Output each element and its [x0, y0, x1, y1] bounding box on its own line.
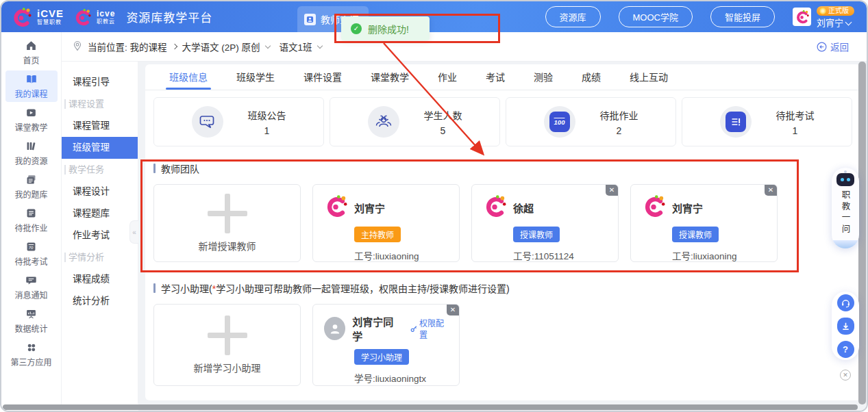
sidebar-item-third-party-apps[interactable]: 第三方应用 [5, 339, 58, 370]
students-icon [368, 106, 399, 138]
tab-homework[interactable]: 作业 [423, 64, 471, 90]
class-detail-panel: 班级信息 班级学生 课件设置 课堂教学 作业 考试 测验 成绩 线上互动 班级公… [145, 64, 860, 400]
tab-exam[interactable]: 考试 [471, 64, 519, 90]
sidebar-item-my-courses[interactable]: 我的课程 [5, 70, 58, 102]
collapse-toolbar-icon[interactable]: ✕ [840, 370, 851, 381]
breadcrumb-course[interactable]: 大学语文 (2P) 原创 [182, 40, 260, 53]
vertical-scrollbar[interactable] [858, 62, 866, 404]
permission-config-link[interactable]: 权限配置 [410, 317, 449, 340]
announcement-icon [192, 106, 223, 138]
sidebar-item-data-statistics[interactable]: 数据统计 [5, 305, 58, 337]
home-icon [25, 40, 37, 51]
add-assistant-label: 新增学习小助理 [194, 361, 261, 374]
breadcrumb-class[interactable]: 语文1班 [280, 40, 312, 53]
submenu-item-course-management[interactable]: 课程管理 [62, 115, 138, 137]
user-menu[interactable]: 正式版 刘宵宁 [793, 6, 854, 27]
submenu-group-course-settings: 课程设置 [62, 93, 138, 115]
tab-courseware-settings[interactable]: 课件设置 [289, 64, 356, 90]
qa-widget-label: 职教一问 [839, 190, 852, 235]
tab-grades[interactable]: 成绩 [567, 64, 615, 90]
top-header: iCVE 智慧职教 icve 职教云 资源库教学平台 教师空间 资源库 MOOC… [1, 1, 867, 32]
stat-card-students[interactable]: 学生人数5 [330, 97, 500, 146]
sidebar-item-my-question-bank[interactable]: 我的题库 [5, 171, 58, 203]
stat-value: 5 [441, 125, 446, 136]
learning-assistant-section: 学习小助理(*学习小助理可帮助教师一起管理班级，权限由主持/授课教师进行设置) … [153, 281, 852, 386]
sidebar-item-pending-homework[interactable]: 待批作业 [5, 205, 58, 236]
customer-service-icon[interactable] [837, 294, 854, 311]
breadcrumb-separator-icon [171, 44, 177, 49]
plus-icon [208, 316, 247, 355]
teacher-name: 刘宵宁 [354, 201, 385, 215]
submenu-item-course-grades[interactable]: 课程成绩 [62, 268, 138, 290]
smart-casting-button[interactable]: 智能投屏 [710, 6, 775, 27]
course-submenu: 课程引导 课程设置 课程管理 班级管理 教学任务 课程设计 课程题库 作业考试 … [62, 62, 138, 404]
brand2-sub: 职教云 [97, 19, 115, 25]
assistant-name: 刘宵宁同学 [352, 314, 399, 343]
teacher-team-title: 教师团队 [161, 162, 199, 175]
brand1-sub: 智慧职教 [37, 20, 64, 25]
apps-grid-icon [26, 342, 37, 353]
sidebar-item-classroom-teaching[interactable]: 课堂教学 [5, 104, 58, 136]
brand1-name: iCVE [37, 8, 64, 18]
stat-value: 1 [793, 125, 798, 136]
teacher-avatar [483, 194, 506, 220]
breadcrumb: 当前位置: 我的课程 大学语文 (2P) 原创 语文1班 返回 [62, 32, 867, 62]
pending-homework-icon: 100 [544, 106, 575, 138]
tab-classroom-teaching[interactable]: 课堂教学 [356, 64, 423, 90]
download-icon[interactable] [837, 318, 854, 335]
remove-teacher-icon[interactable]: ✕ [765, 185, 777, 196]
sidebar-item-home[interactable]: 首页 [5, 37, 58, 68]
course-dropdown-icon[interactable] [264, 42, 270, 48]
icve-cloud-logo-icon [73, 8, 91, 26]
class-dropdown-icon[interactable] [317, 42, 322, 48]
submenu-item-homework-exam[interactable]: 作业考试 [62, 224, 138, 246]
stat-card-announcements[interactable]: 班级公告1 [153, 97, 324, 146]
tab-quiz[interactable]: 测验 [519, 64, 567, 90]
teacher-avatar [642, 194, 665, 220]
tab-class-students[interactable]: 班级学生 [222, 64, 289, 90]
question-bank-icon [25, 174, 37, 185]
app-window: iCVE 智慧职教 icve 职教云 资源库教学平台 教师空间 资源库 MOOC… [0, 0, 868, 412]
mooc-college-button[interactable]: MOOC学院 [619, 6, 693, 27]
stat-label: 待批作业 [600, 108, 638, 122]
assistant-card: ✕ 刘宵宁同学 权限配置 学习小助理 学号:liuxiaoningtx [312, 304, 460, 386]
assistant-avatar [324, 317, 345, 340]
submenu-item-statistical-analysis[interactable]: 统计分析 [62, 290, 138, 312]
sidebar-item-message-notification[interactable]: 消息通知 [5, 272, 58, 303]
robot-icon [836, 173, 854, 186]
tab-online-interaction[interactable]: 线上互动 [615, 64, 682, 90]
role-badge-host: 主持教师 [354, 227, 401, 242]
submenu-collapse-handle[interactable]: « [129, 220, 138, 244]
resource-library-button[interactable]: 资源库 [545, 6, 601, 27]
platform-title: 资源库教学平台 [126, 8, 212, 25]
horizontal-scrollbar[interactable] [3, 404, 858, 410]
help-icon[interactable]: ? [837, 341, 854, 358]
medal-icon [819, 8, 826, 14]
stat-card-pending-homework[interactable]: 100 待批作业2 [506, 97, 676, 146]
submenu-item-course-design[interactable]: 课程设计 [62, 181, 138, 203]
success-toast: ✓ 删除成功! [341, 16, 430, 40]
sidebar-item-my-resources[interactable]: 我的资源 [5, 138, 58, 169]
header-actions: 资源库 MOOC学院 智能投屏 正式版 刘宵宁 [545, 1, 854, 32]
submenu-item-course-question-bank[interactable]: 课程题库 [62, 203, 138, 224]
submenu-group-learning-analysis: 学情分析 [62, 246, 138, 268]
stat-label: 待批考试 [776, 108, 815, 122]
stat-card-pending-exams[interactable]: 待批考试1 [682, 97, 852, 146]
homework-list-icon [25, 207, 37, 219]
qa-assistant-widget[interactable]: 职教一问 [832, 168, 859, 248]
chevron-down-icon [845, 18, 852, 25]
assistant-title: 学习小助理 [161, 283, 209, 294]
stat-value: 2 [617, 125, 622, 136]
teacher-name: 刘宵宁 [672, 201, 703, 215]
back-button[interactable]: 返回 [817, 40, 849, 53]
tab-class-info[interactable]: 班级信息 [155, 64, 222, 90]
stat-value: 1 [264, 125, 270, 136]
remove-teacher-icon[interactable]: ✕ [606, 185, 618, 196]
teacher-card: ✕ 刘宵宁 授课教师 工号:liuxiaoning [630, 184, 778, 262]
remove-assistant-icon[interactable]: ✕ [447, 305, 459, 316]
add-assistant-card[interactable]: 新增学习小助理 [153, 304, 301, 386]
submenu-item-course-guide[interactable]: 课程引导 [62, 71, 138, 93]
submenu-item-class-management[interactable]: 班级管理 [62, 137, 138, 159]
sidebar-item-pending-exams[interactable]: 70 待批考试 [5, 238, 58, 270]
add-teacher-card[interactable]: 新增授课教师 [153, 184, 301, 262]
